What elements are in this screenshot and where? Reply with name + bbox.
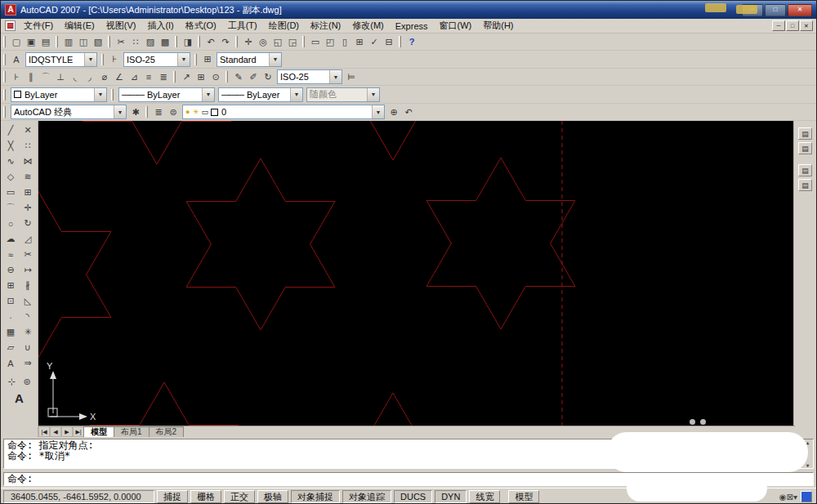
point-button[interactable]: ∙	[3, 309, 19, 324]
toolbar-grip[interactable]	[3, 71, 6, 83]
mirror-button[interactable]: ⋈	[20, 154, 36, 169]
dim-text-edit-button[interactable]: ✐	[246, 70, 261, 84]
chevron-down-icon[interactable]: ▼	[329, 70, 342, 83]
right-dock-button-1-button[interactable]: ▤	[798, 127, 812, 140]
linetype-combo[interactable]: ——— ByLayer ▼	[118, 87, 215, 102]
text-style-combo[interactable]: IDQSTYLE ▼	[25, 52, 97, 67]
status-toggle-model[interactable]: 模型	[508, 490, 539, 503]
offset-button[interactable]: ≋	[20, 169, 36, 185]
menu-item-6[interactable]: 工具(T)	[222, 18, 263, 33]
toolbar-grip[interactable]	[101, 54, 104, 65]
revision-cloud-button[interactable]: ☁	[3, 231, 19, 247]
quickcalc-button[interactable]: ⊟	[382, 35, 396, 49]
dim-diameter-button[interactable]: ⌀	[97, 70, 112, 84]
publish-button[interactable]: ▧	[91, 35, 105, 49]
menu-item-5[interactable]: 格式(O)	[180, 18, 222, 33]
distance-button[interactable]: ⊹	[4, 374, 20, 390]
dim-update-button[interactable]: ↻	[261, 70, 275, 84]
workspace-combo[interactable]: AutoCAD 经典 ▼	[11, 105, 127, 119]
dim-linear-button[interactable]: ⊦	[9, 70, 24, 84]
arc-button[interactable]: ⌒	[3, 200, 19, 216]
move-button[interactable]: ✛	[20, 200, 36, 216]
open-button[interactable]: ▣	[24, 35, 38, 49]
status-toggle-osnap[interactable]: 对象捕捉	[291, 490, 340, 503]
circle-button[interactable]: ○	[3, 216, 19, 231]
toolbar-grip[interactable]	[3, 106, 6, 118]
tab-nav-first[interactable]: |◀	[38, 426, 50, 437]
status-toggle-lineweight[interactable]: 线宽	[469, 490, 500, 503]
dim-continue-button[interactable]: ≣	[156, 70, 171, 84]
fillet-button[interactable]: ◝	[20, 309, 36, 324]
tab-nav-prev[interactable]: ◀	[50, 426, 61, 437]
status-toggle-otrack[interactable]: 对象追踪	[342, 490, 391, 503]
ellipse-button[interactable]: ⊖	[3, 262, 19, 278]
toolbar-grip[interactable]	[399, 36, 401, 47]
dim-style-combo[interactable]: ISO-25 ▼	[123, 52, 190, 67]
toolbar-grip[interactable]	[225, 71, 228, 83]
cut-button[interactable]: ✂	[114, 35, 128, 49]
dim-radius-button[interactable]: ◟	[68, 70, 83, 84]
menu-item-11[interactable]: 窗口(W)	[434, 18, 478, 33]
toolbar-grip[interactable]	[302, 36, 305, 47]
scale-button[interactable]: ◿	[20, 231, 36, 247]
doc-restore-button[interactable]: □	[786, 20, 799, 31]
chevron-down-icon[interactable]: ▼	[372, 105, 384, 118]
plot-button[interactable]: ▥	[61, 35, 76, 49]
chevron-down-icon[interactable]: ▼	[177, 53, 190, 66]
rectangle-button[interactable]: ▭	[3, 185, 19, 200]
toolbar-grip[interactable]	[108, 36, 110, 47]
layer-states-button[interactable]: ⊜	[166, 105, 181, 119]
rotate-button[interactable]: ↻	[20, 216, 36, 231]
join-button[interactable]: ∪	[20, 340, 36, 355]
dim-arc-length-button[interactable]: ⌒	[38, 70, 53, 84]
toolbar-lock-icon[interactable]: ⊠	[787, 493, 793, 502]
designcenter-button[interactable]: ◰	[323, 35, 337, 49]
doc-close-button[interactable]: ✕	[800, 20, 813, 31]
tab-nav-next[interactable]: ▶	[61, 426, 73, 437]
layer-properties-button[interactable]: ≣	[151, 105, 166, 119]
properties-button[interactable]: ▭	[308, 35, 323, 49]
paste-button[interactable]: ▨	[143, 35, 158, 49]
status-toggle-snap[interactable]: 捕捉	[157, 490, 188, 503]
make-block-button[interactable]: ⊡	[3, 293, 19, 309]
named-ucs-button[interactable]: ⊚	[20, 374, 35, 390]
erase-button[interactable]: ✕	[20, 123, 36, 138]
redo-button[interactable]: ↷	[218, 35, 233, 49]
menu-item-3[interactable]: 视图(V)	[100, 18, 142, 33]
status-toggle-ortho[interactable]: 正交	[224, 490, 255, 503]
toolbar-grip[interactable]	[56, 36, 58, 47]
dim-style-manager-button[interactable]: ⊨	[344, 70, 359, 84]
block-editor-button[interactable]: ◨	[181, 35, 195, 49]
workspace-settings-button[interactable]: ✱	[128, 105, 143, 119]
insert-block-button[interactable]: ⊞	[3, 278, 19, 293]
close-button[interactable]: ✕	[788, 4, 812, 16]
zoom-previous-button[interactable]: ◲	[285, 35, 300, 49]
pan-button[interactable]: ✛	[241, 35, 256, 49]
toolbar-grip[interactable]	[3, 36, 6, 47]
dim-aligned-button[interactable]: ∥	[24, 70, 38, 84]
right-dock-button-3-button[interactable]: ▤	[798, 164, 812, 176]
construction-line-button[interactable]: ╳	[3, 138, 19, 154]
line-button[interactable]: ╱	[3, 123, 19, 138]
table-style-button[interactable]: ⊞	[200, 52, 215, 66]
clean-screen-button[interactable]	[801, 491, 812, 502]
chevron-down-icon[interactable]: ▼	[202, 88, 214, 101]
undo-button[interactable]: ↶	[203, 35, 218, 49]
status-tray-menu-icon[interactable]: ▾	[793, 493, 797, 502]
menu-item-4[interactable]: 插入(I)	[141, 18, 179, 33]
status-toggle-grid[interactable]: 栅格	[190, 490, 221, 503]
break-button[interactable]: ∦	[20, 278, 36, 293]
center-mark-button[interactable]: ⊙	[208, 70, 223, 84]
status-toggle-dyn[interactable]: DYN	[435, 490, 467, 503]
toolbar-grip[interactable]	[145, 106, 148, 118]
chevron-down-icon[interactable]: ▼	[290, 88, 302, 101]
drawing-area[interactable]: Y X	[38, 121, 795, 426]
dim-angular-button[interactable]: ∠	[112, 70, 127, 84]
toolbar-grip[interactable]	[194, 54, 197, 65]
tab-model[interactable]: 模型	[83, 426, 114, 437]
tab-layout2[interactable]: 布局2	[149, 426, 185, 437]
match-properties-button[interactable]: ▩	[158, 35, 172, 49]
markup-set-manager-button[interactable]: ✓	[367, 35, 382, 49]
layer-combo[interactable]: ● ☀ ▭ 0 ▼	[182, 105, 385, 119]
dim-style-button[interactable]: ⊦	[107, 52, 122, 66]
